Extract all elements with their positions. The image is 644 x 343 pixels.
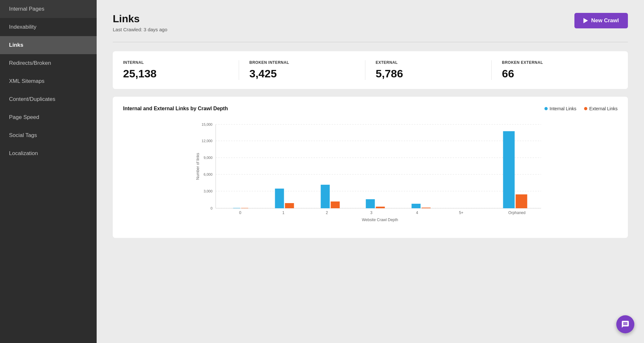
bar-external-0 xyxy=(241,208,248,208)
stat-broken-internal: BROKEN INTERNAL 3,425 xyxy=(239,60,365,80)
bar-external-4 xyxy=(422,208,431,208)
svg-text:12,000: 12,000 xyxy=(202,139,213,143)
stat-external: EXTERNAL 5,786 xyxy=(365,60,492,80)
stat-broken-external-value: 66 xyxy=(502,67,607,80)
legend-external-label: External Links xyxy=(589,106,618,111)
svg-text:0: 0 xyxy=(239,211,241,215)
svg-text:15,000: 15,000 xyxy=(202,122,213,126)
page-header: Links Last Crawled: 3 days ago New Crawl xyxy=(113,13,628,32)
chat-button[interactable] xyxy=(616,315,634,333)
sidebar-item-indexability[interactable]: Indexability xyxy=(0,18,97,36)
svg-text:3: 3 xyxy=(370,211,372,215)
bar-internal-3 xyxy=(366,199,375,208)
stat-broken-internal-label: BROKEN INTERNAL xyxy=(249,60,355,65)
sidebar-item-internal-pages[interactable]: Internal Pages xyxy=(0,0,97,18)
chart-title: Internal and External Links by Crawl Dep… xyxy=(123,106,228,112)
bar-external-1 xyxy=(285,203,294,208)
stats-card: INTERNAL 25,138 BROKEN INTERNAL 3,425 EX… xyxy=(113,51,628,89)
new-crawl-button[interactable]: New Crawl xyxy=(574,13,628,28)
bar-internal-0 xyxy=(233,208,240,208)
main-content: Links Last Crawled: 3 days ago New Crawl… xyxy=(97,0,644,343)
chart-header: Internal and External Links by Crawl Dep… xyxy=(123,106,618,112)
stat-broken-external: BROKEN EXTERNAL 66 xyxy=(492,60,618,80)
stat-broken-internal-value: 3,425 xyxy=(249,67,355,80)
header-divider xyxy=(113,42,628,42)
play-icon xyxy=(583,18,588,23)
svg-text:3,000: 3,000 xyxy=(204,189,213,193)
sidebar-item-xml-sitemaps[interactable]: XML Sitemaps xyxy=(0,72,97,90)
stat-broken-external-label: BROKEN EXTERNAL xyxy=(502,60,607,65)
svg-text:0: 0 xyxy=(210,206,212,210)
header-left: Links Last Crawled: 3 days ago xyxy=(113,13,167,32)
svg-text:1: 1 xyxy=(282,211,284,215)
legend-internal: Internal Links xyxy=(544,106,576,111)
bar-chart: 0 3,000 6,000 9,000 12,000 15,000 Number… xyxy=(123,118,618,228)
stat-internal-label: INTERNAL xyxy=(123,60,228,65)
svg-text:9,000: 9,000 xyxy=(204,156,213,160)
page-title: Links xyxy=(113,13,167,25)
legend-dot-external xyxy=(584,107,587,110)
svg-text:4: 4 xyxy=(416,211,418,215)
chart-area: 0 3,000 6,000 9,000 12,000 15,000 Number… xyxy=(123,118,618,228)
stat-internal-value: 25,138 xyxy=(123,67,228,80)
chart-legend: Internal Links External Links xyxy=(544,106,618,111)
bar-external-orphaned xyxy=(516,194,527,208)
svg-text:Number of links: Number of links xyxy=(196,153,200,180)
stat-external-value: 5,786 xyxy=(376,67,481,80)
sidebar: Internal Pages Indexability Links Redire… xyxy=(0,0,97,343)
bar-internal-1 xyxy=(275,189,284,208)
bar-external-3 xyxy=(376,207,385,208)
sidebar-item-social-tags[interactable]: Social Tags xyxy=(0,126,97,144)
svg-text:2: 2 xyxy=(326,211,328,215)
sidebar-item-page-speed[interactable]: Page Speed xyxy=(0,108,97,126)
svg-text:Orphaned: Orphaned xyxy=(508,211,525,215)
sidebar-item-content-duplicates[interactable]: Content/Duplicates xyxy=(0,90,97,108)
legend-external: External Links xyxy=(584,106,618,111)
chat-icon xyxy=(621,320,630,328)
svg-text:5+: 5+ xyxy=(459,211,464,215)
last-crawled-text: Last Crawled: 3 days ago xyxy=(113,27,167,32)
sidebar-item-links[interactable]: Links xyxy=(0,36,97,54)
svg-text:Website Crawl Depth: Website Crawl Depth xyxy=(362,218,398,222)
stat-external-label: EXTERNAL xyxy=(376,60,481,65)
bar-internal-2 xyxy=(321,185,330,208)
sidebar-item-redirects-broken[interactable]: Redirects/Broken xyxy=(0,54,97,72)
sidebar-item-localization[interactable]: Localization xyxy=(0,144,97,162)
stat-internal: INTERNAL 25,138 xyxy=(123,60,239,80)
bar-external-2 xyxy=(331,201,340,208)
bar-internal-4 xyxy=(412,204,421,208)
bar-internal-orphaned xyxy=(503,131,515,208)
legend-dot-internal xyxy=(544,107,548,110)
chart-card: Internal and External Links by Crawl Dep… xyxy=(113,97,628,238)
svg-text:6,000: 6,000 xyxy=(204,172,213,176)
legend-internal-label: Internal Links xyxy=(550,106,576,111)
